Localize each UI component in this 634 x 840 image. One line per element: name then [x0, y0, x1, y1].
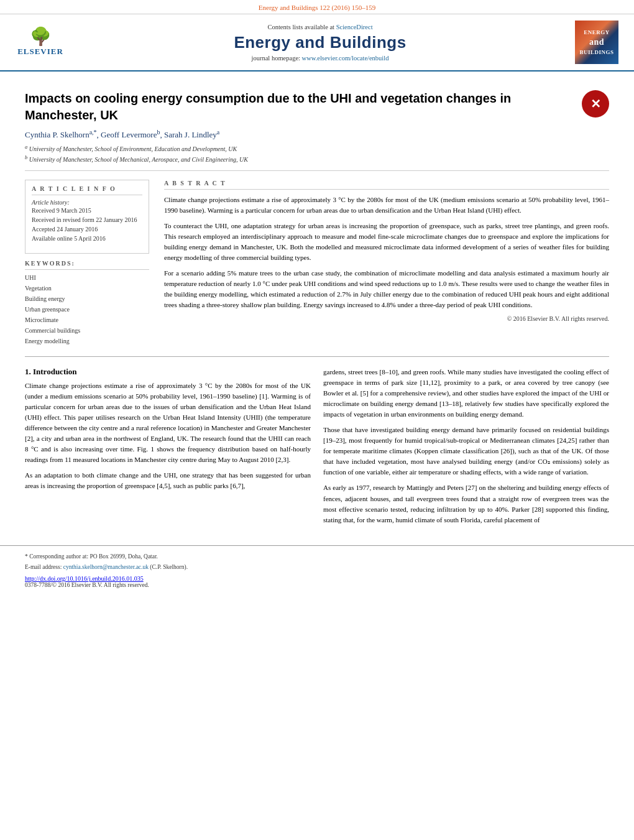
intro-para-1: As an adaptation to both climate change … — [25, 470, 311, 491]
keyword-1: Vegetation — [25, 283, 149, 293]
issn-text: 0378-7788/© 2016 Elsevier B.V. All right… — [25, 582, 609, 588]
footer: * Corresponding author at: PO Box 26999,… — [0, 545, 634, 599]
authors-line: Cynthia P. Skelhorna,*, Geoff Levermoreb… — [25, 129, 609, 140]
info-abstract-section: A R T I C L E I N F O Article history: R… — [25, 180, 609, 346]
body-section: 1. Introduction Climate change projectio… — [25, 367, 609, 530]
history-label: Article history: — [32, 199, 142, 206]
paper-title-section: Impacts on cooling energy consumption du… — [25, 81, 609, 171]
sciencedirect-link[interactable]: ScienceDirect — [336, 24, 373, 30]
logo-bot-text: BUILDINGS — [579, 48, 613, 57]
paper-title: Impacts on cooling energy consumption du… — [25, 90, 547, 124]
homepage-line: journal homepage: www.elsevier.com/locat… — [75, 55, 566, 62]
abstract-para-0: Climate change projections estimate a ri… — [164, 195, 609, 216]
keyword-4: Microclimate — [25, 315, 149, 325]
doi-link[interactable]: http://dx.doi.org/10.1016/j.enbuild.2016… — [25, 575, 144, 582]
elsevier-logo: 🌳 ELSEVIER — [12, 28, 68, 57]
keyword-6: Energy modelling — [25, 336, 149, 346]
citation-text: Energy and Buildings 122 (2016) 150–159 — [259, 4, 375, 11]
journal-logo: ENERGY and BUILDINGS — [572, 21, 622, 64]
affiliations: a University of Manchester, School of En… — [25, 144, 609, 164]
history-value-2: Accepted 24 January 2016 — [32, 224, 142, 234]
logo-top-text: ENERGY — [584, 29, 610, 37]
journal-citation: Energy and Buildings 122 (2016) 150–159 — [0, 0, 634, 14]
author-1-sup: a,* — [90, 129, 97, 136]
abstract-para-1: To counteract the UHI, one adaptation st… — [164, 221, 609, 263]
affiliation-a-text: University of Manchester, School of Envi… — [29, 146, 237, 153]
keyword-3: Urban greenspace — [25, 304, 149, 315]
body-left: 1. Introduction Climate change projectio… — [25, 367, 311, 530]
homepage-link[interactable]: www.elsevier.com/locate/enbuild — [302, 55, 389, 62]
abstract-copyright: © 2016 Elsevier B.V. All rights reserved… — [164, 315, 609, 322]
history-value-0: Received 9 March 2015 — [32, 206, 142, 215]
author-2: Geoff Levermore — [101, 130, 157, 139]
article-history-group: Article history: Received 9 March 2015 R… — [32, 199, 142, 243]
elsevier-brand-text: ELSEVIER — [17, 47, 63, 57]
article-info-box: A R T I C L E I N F O Article history: R… — [25, 180, 149, 254]
affiliation-b-text: University of Manchester, School of Mech… — [29, 156, 248, 163]
author-2-sup: b — [157, 129, 160, 136]
keywords-title: Keywords: — [25, 260, 149, 270]
history-value-1: Received in revised form 22 January 2016 — [32, 215, 142, 224]
intro-heading: 1. Introduction — [25, 367, 311, 377]
author-email-link[interactable]: cynthia.skelhorn@manchester.ac.uk — [63, 564, 149, 570]
crossmark-icon[interactable]: ✕ — [582, 90, 609, 118]
email-note-text: (C.P. Skelhorn). — [150, 564, 188, 570]
logo-mid-text: and — [589, 36, 604, 48]
journal-title: Energy and Buildings — [75, 33, 566, 52]
crossmark-badge[interactable]: ✕ — [582, 90, 609, 118]
contents-available-line: Contents lists available at ScienceDirec… — [75, 24, 566, 30]
email-label: E-mail address: — [25, 564, 62, 570]
author-3: Sarah J. Lindley — [164, 130, 217, 139]
abstract-text: Climate change projections estimate a ri… — [164, 195, 609, 310]
body-right-text: gardens, street trees [8–10], and green … — [323, 367, 609, 525]
journal-header-center: Contents lists available at ScienceDirec… — [75, 24, 566, 62]
body-right-para-2: As early as 1977, research by Mattingly … — [323, 482, 609, 525]
affiliation-a: a University of Manchester, School of En… — [25, 144, 609, 154]
intro-para-0: Climate change projections estimate a ri… — [25, 381, 311, 465]
corresponding-author-note: * Corresponding author at: PO Box 26999,… — [25, 552, 609, 561]
body-right-para-0: gardens, street trees [8–10], and green … — [323, 367, 609, 420]
doi-line: http://dx.doi.org/10.1016/j.enbuild.2016… — [25, 575, 609, 582]
body-right-para-1: Those that have investigated building en… — [323, 425, 609, 478]
keywords-section: Keywords: UHI Vegetation Building energy… — [25, 260, 149, 346]
keywords-list: UHI Vegetation Building energy Urban gre… — [25, 272, 149, 346]
abstract-section: A B S T R A C T Climate change projectio… — [164, 180, 609, 322]
section-divider — [25, 356, 609, 357]
paper-content: Impacts on cooling energy consumption du… — [0, 72, 634, 540]
left-column: A R T I C L E I N F O Article history: R… — [25, 180, 149, 346]
right-column: A B S T R A C T Climate change projectio… — [164, 180, 609, 346]
contents-prefix: Contents lists available at — [267, 24, 336, 30]
keyword-5: Commercial buildings — [25, 325, 149, 336]
homepage-prefix: journal homepage: — [252, 55, 302, 62]
keyword-2: Building energy — [25, 293, 149, 304]
keyword-0: UHI — [25, 272, 149, 283]
journal-logo-box: ENERGY and BUILDINGS — [575, 21, 618, 64]
abstract-para-2: For a scenario adding 5% mature trees to… — [164, 268, 609, 310]
article-info-title: A R T I C L E I N F O — [32, 185, 142, 195]
intro-text: Climate change projections estimate a ri… — [25, 381, 311, 491]
corresponding-label: * Corresponding author at: PO Box 26999,… — [25, 553, 158, 560]
abstract-title: A B S T R A C T — [164, 180, 609, 190]
author-1: Cynthia P. Skelhorn — [25, 130, 90, 139]
history-value-3: Available online 5 April 2016 — [32, 234, 142, 243]
affiliation-b: b University of Manchester, School of Me… — [25, 154, 609, 164]
author-3-sup: a — [217, 129, 219, 136]
body-right: gardens, street trees [8–10], and green … — [323, 367, 609, 530]
journal-header: 🌳 ELSEVIER Contents lists available at S… — [0, 14, 634, 72]
elsevier-tree-icon: 🌳 — [30, 28, 52, 45]
email-note: E-mail address: cynthia.skelhorn@manches… — [25, 563, 609, 571]
